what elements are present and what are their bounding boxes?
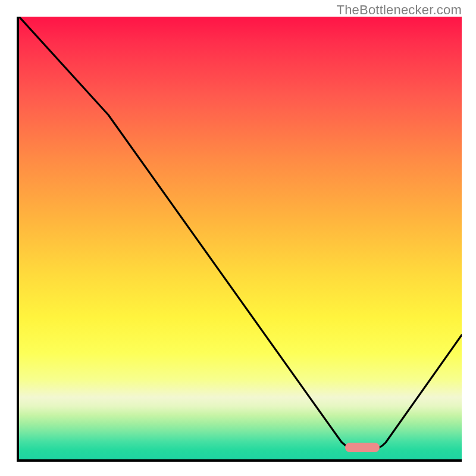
bottleneck-curve xyxy=(19,17,462,459)
optimal-marker xyxy=(345,443,380,452)
watermark-text: TheBottlenecker.com xyxy=(337,2,462,18)
plot-area xyxy=(17,17,462,462)
